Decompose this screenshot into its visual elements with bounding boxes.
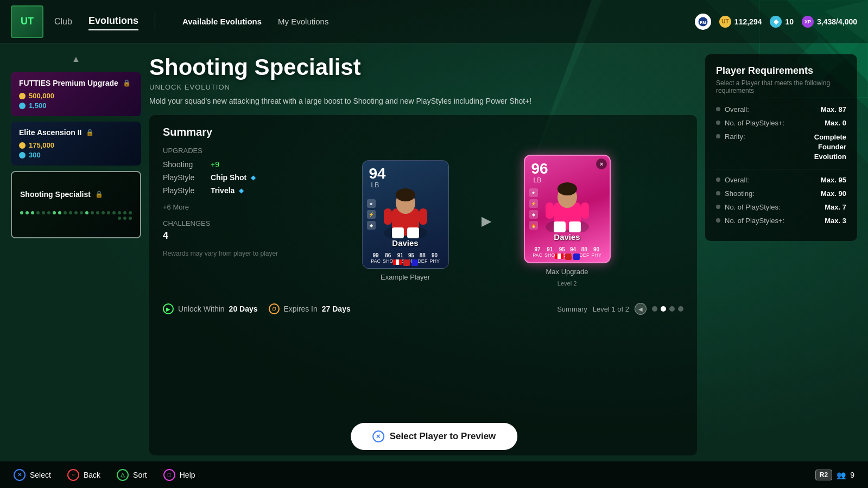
main-container: ▲ FUTTIES Premium Upgrade 🔒 500,000 1,50…	[0, 43, 868, 461]
sidebar-elite-cost: 175,000 300	[19, 141, 133, 159]
nav-divider	[155, 14, 155, 30]
max-upgrade-label: Max Upgrade	[546, 268, 588, 276]
req-bullet-7	[716, 218, 720, 223]
sidebar-item-elite[interactable]: Elite Ascension II 🔒 175,000 300	[11, 122, 141, 166]
req-bullet-3	[716, 134, 720, 138]
gem-dot-elite	[19, 152, 26, 159]
xp-icon: XP	[802, 16, 814, 28]
req-playstyles: No. of PlayStyles: Max. 7	[716, 203, 846, 211]
req-rarity: Rarity: CompleteFounderEvolution	[716, 132, 846, 162]
unlock-within: ▶ Unlock Within 20 Days	[163, 303, 258, 314]
card-after-flags	[525, 253, 610, 261]
page-dots	[652, 306, 683, 312]
player-figure-before	[376, 179, 435, 238]
select-action[interactable]: ✕ Select	[14, 469, 51, 481]
req-bullet-5	[716, 191, 720, 195]
nav-my-evolutions[interactable]: My Evolutions	[278, 17, 328, 26]
more-upgrades-label: +6 More	[163, 203, 278, 211]
bottom-bar: ✕ Select ○ Back △ Sort □ Help R2 👥 9	[0, 461, 868, 488]
sidebar-shooting-title: Shooting Specialist 🔒	[20, 190, 132, 199]
card-after-name: Davies	[525, 232, 610, 242]
challenges-count: 4	[163, 230, 278, 242]
page-dot-2	[661, 306, 666, 312]
svg-point-20	[557, 182, 577, 195]
req-divider	[716, 169, 846, 169]
example-player-card: 94 LB ★ ⚡ ◆	[362, 160, 449, 269]
nav-club[interactable]: Club	[54, 14, 72, 29]
gem-icon: ◆	[770, 16, 782, 28]
upgrades-section: Upgrades Shooting +9 PlayStyle Chip Shot…	[163, 147, 278, 195]
req-playstyles-plus-2: No. of PlayStyles+: Max. 3	[716, 217, 846, 225]
challenges-label: Challenges	[163, 219, 278, 227]
evolution-description: Mold your squad's new attacking threat w…	[149, 96, 562, 107]
scroll-up-arrow[interactable]: ▲	[11, 54, 141, 64]
gems-currency: ◆ 10	[770, 16, 794, 28]
req-bullet-6	[716, 205, 720, 209]
help-action[interactable]: □ Help	[163, 469, 195, 481]
svg-rect-23	[554, 221, 566, 232]
select-x-icon: ✕	[372, 430, 384, 442]
unlock-icon: ▶	[163, 303, 174, 314]
req-bullet-2	[716, 121, 720, 125]
req-overall-1: Overall: Max. 87	[716, 105, 846, 113]
select-player-button[interactable]: ✕ Select Player to Preview	[351, 423, 518, 450]
summary-panel: Summary Upgrades Shooting +9 PlayStyle C…	[149, 115, 697, 455]
page-dot-4	[678, 306, 683, 312]
coin-dot	[19, 93, 26, 99]
r2-badge: R2 👥 9	[815, 470, 854, 480]
card-x-badge: ✕	[596, 159, 607, 169]
sidebar-elite-title: Elite Ascension II 🔒	[19, 128, 133, 137]
expires-icon: ⏱	[269, 303, 280, 314]
svg-text:RM: RM	[700, 21, 706, 24]
nav-evolutions[interactable]: Evolutions	[88, 12, 138, 30]
sub-nav: Available Evolutions My Evolutions	[182, 17, 329, 26]
flag-canada	[393, 259, 402, 265]
summary-title: Summary	[163, 126, 683, 138]
flag-canada-after	[555, 253, 563, 259]
shooting-dots-grid	[20, 211, 132, 220]
sidebar-futties-cost: 500,000 1,500	[19, 92, 133, 110]
sidebar-item-shooting[interactable]: Shooting Specialist 🔒	[11, 171, 141, 238]
flag-club2-before	[411, 259, 418, 266]
card-before-flags	[363, 259, 448, 267]
flag-club-after	[565, 253, 572, 260]
r2-button: R2	[815, 470, 832, 480]
max-upgrade-card: ✕ 96 LB ★ ⚡ ◆ 🔥	[524, 155, 611, 263]
challenges-section: Challenges 4	[163, 219, 278, 242]
svg-rect-22	[581, 202, 589, 219]
card-before-playstyles: ★ ⚡ ◆	[367, 199, 376, 230]
back-action[interactable]: ○ Back	[67, 469, 100, 481]
requirements-panel: Player Requirements Select a Player that…	[705, 54, 857, 241]
xp-currency: XP 3,438/4,000	[802, 16, 857, 28]
nav-right: RM UT 112,294 ◆ 10 XP 3,438/4,000	[695, 14, 857, 30]
lock-icon-shooting: 🔒	[95, 191, 103, 198]
ps-after-4: 🔥	[529, 221, 538, 230]
svg-rect-15	[392, 227, 404, 238]
svg-point-12	[396, 188, 415, 201]
flag-club2-after	[573, 253, 580, 260]
nav-available-evolutions[interactable]: Available Evolutions	[182, 17, 262, 26]
ps-after-1: ★	[529, 188, 538, 197]
sort-action[interactable]: △ Sort	[117, 469, 147, 481]
triangle-button: △	[117, 469, 129, 481]
x-button: ✕	[14, 469, 26, 481]
gem-dot	[19, 103, 26, 109]
page-nav-prev[interactable]: ◀	[635, 303, 647, 315]
sidebar-item-futties[interactable]: FUTTIES Premium Upgrade 🔒 500,000 1,500	[11, 72, 141, 116]
upgrade-trivela: PlayStyle Trivela ◆	[163, 186, 278, 195]
card-before-name: Davies	[363, 238, 448, 248]
upgrade-shooting: Shooting +9	[163, 160, 278, 169]
nav-links: Club Evolutions Available Evolutions My …	[54, 12, 328, 30]
sidebar: ▲ FUTTIES Premium Upgrade 🔒 500,000 1,50…	[11, 49, 141, 455]
ps-after-3: ◆	[529, 210, 538, 219]
svg-rect-13	[384, 208, 392, 225]
req-playstyles-plus-1: No. of PlayStyles+: Max. 0	[716, 119, 846, 127]
requirements-title: Player Requirements	[716, 65, 846, 77]
upgrade-chipshot: PlayStyle Chip Shot ◆	[163, 173, 278, 182]
player-figure-after	[537, 173, 597, 232]
req-bullet-1	[716, 107, 720, 111]
flag-club-before	[403, 259, 410, 266]
svg-rect-24	[569, 221, 581, 232]
square-button: □	[163, 469, 175, 481]
ps-icon-1: ★	[367, 199, 376, 208]
